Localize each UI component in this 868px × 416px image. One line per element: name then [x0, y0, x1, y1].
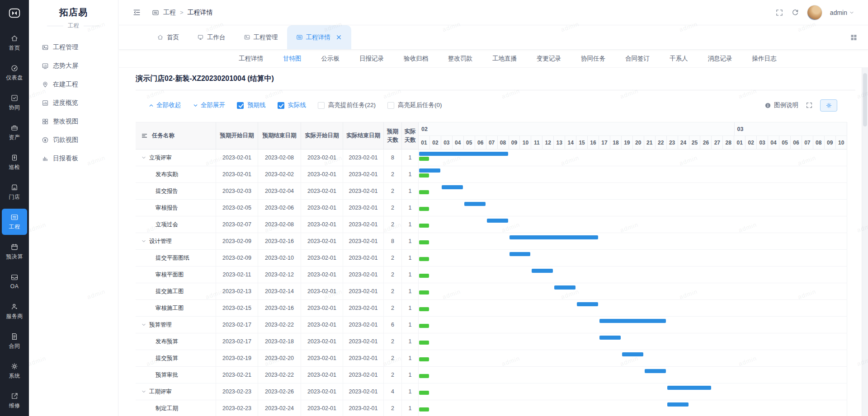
expected-bar[interactable] [645, 369, 666, 373]
expected-bar[interactable] [577, 302, 598, 306]
fullscreen-icon[interactable] [775, 9, 783, 17]
expected-bar[interactable] [554, 285, 576, 290]
expected-bar[interactable] [599, 319, 666, 323]
sidebar-item-fine-view[interactable]: 罚款视图 [29, 131, 118, 149]
checkbox-highlight-early[interactable]: 高亮提前任务(22) [318, 101, 376, 109]
tab-project-detail[interactable]: 工程详情 [287, 25, 351, 49]
expand-all-button[interactable]: 全部展开 [193, 101, 225, 109]
task-cell: 1 [402, 367, 419, 383]
rail-item-vendors[interactable]: 服务商 [2, 298, 27, 324]
tab-close-icon[interactable] [335, 34, 342, 41]
expected-bar[interactable] [622, 352, 643, 356]
checkbox-highlight-late[interactable]: 高亮延后任务(0) [387, 101, 442, 109]
menu-item-detail[interactable]: 工程详情 [239, 55, 263, 63]
actual-bar[interactable] [419, 157, 429, 161]
task-cell: 6 [384, 317, 402, 333]
tab-options-icon[interactable] [849, 33, 858, 42]
collapse-all-button[interactable]: 全部收起 [148, 101, 181, 109]
menu-item-logs[interactable]: 操作日志 [752, 55, 777, 63]
rail-item-dashboard[interactable]: 仪表盘 [2, 60, 27, 86]
actual-bar[interactable] [419, 341, 429, 345]
checkbox-expected-line[interactable]: 预期线 [237, 101, 266, 109]
sidebar-fold-icon[interactable] [132, 8, 141, 17]
sidebar-item-daily-board[interactable]: 日报看板 [29, 149, 118, 168]
expected-bar[interactable] [532, 269, 553, 273]
menu-item-messages[interactable]: 消息记录 [708, 55, 732, 63]
task-row-5: 设计管理2023-02-092023-02-162023-02-012023-0… [136, 233, 847, 250]
collapse-caret-icon[interactable] [141, 389, 146, 394]
sidebar-item-rectify-view[interactable]: 整改视图 [29, 112, 118, 131]
checkbox-actual-line-box[interactable] [278, 102, 284, 109]
avatar[interactable] [807, 5, 822, 20]
expected-bar[interactable] [599, 336, 621, 340]
rail-item-collab[interactable]: 协同 [2, 89, 27, 116]
actual-bar[interactable] [419, 391, 429, 395]
checkbox-highlight-late-box[interactable] [387, 102, 394, 109]
expected-bar[interactable] [419, 152, 508, 156]
rail-item-assets[interactable]: 资产 [2, 119, 27, 145]
actual-bar[interactable] [419, 173, 429, 178]
actual-bar[interactable] [419, 224, 429, 228]
sidebar-item-project-mgmt[interactable]: 工程管理 [29, 38, 118, 56]
sidebar-item-progress-overview[interactable]: 进度概览 [29, 93, 118, 112]
rail-item-projects[interactable]: 工程 [2, 209, 27, 235]
menu-item-changes[interactable]: 变更记录 [537, 55, 561, 63]
refresh-icon[interactable] [791, 9, 799, 17]
menu-item-rectify-fine[interactable]: 整改罚款 [448, 55, 472, 63]
app-logo[interactable] [0, 0, 29, 26]
actual-bar[interactable] [419, 290, 429, 294]
tab-home[interactable]: 首页 [148, 25, 188, 49]
actual-bar[interactable] [419, 257, 429, 261]
menu-item-gantt[interactable]: 甘特图 [283, 55, 302, 63]
scrollbar-thumb[interactable] [863, 73, 867, 126]
rail-item-contracts[interactable]: 合同 [2, 328, 27, 354]
checkbox-expected-line-box[interactable] [237, 102, 244, 109]
tab-workbench[interactable]: 工作台 [188, 25, 235, 49]
actual-bar[interactable] [419, 407, 429, 411]
expected-bar[interactable] [419, 168, 440, 173]
actual-bar[interactable] [419, 190, 429, 194]
expected-bar[interactable] [667, 402, 689, 407]
menu-item-acceptance[interactable]: 验收归档 [404, 55, 428, 63]
actual-bar[interactable] [419, 374, 429, 378]
rail-item-inspection[interactable]: 巡检 [2, 149, 27, 175]
expected-bar[interactable] [487, 219, 508, 223]
column-settings-icon[interactable] [141, 132, 148, 139]
legend-button[interactable]: 图例说明 [764, 101, 798, 109]
actual-bar[interactable] [419, 324, 429, 328]
sidebar-item-ongoing-projects[interactable]: 在建工程 [29, 75, 118, 93]
menu-item-live[interactable]: 工地直播 [492, 55, 517, 63]
checkbox-highlight-early-box[interactable] [318, 102, 325, 109]
expected-bar[interactable] [667, 386, 711, 390]
menu-item-daily[interactable]: 日报记录 [359, 55, 384, 63]
rail-item-oa[interactable]: OA [2, 268, 27, 294]
collapse-caret-icon[interactable] [141, 155, 146, 160]
actual-bar[interactable] [419, 240, 429, 244]
menu-item-contract-sign[interactable]: 合同签订 [625, 55, 650, 63]
rail-item-home[interactable]: 首页 [2, 30, 27, 56]
collapse-caret-icon[interactable] [141, 238, 146, 244]
menu-item-stakeholders[interactable]: 干系人 [670, 55, 688, 63]
gantt-settings-button[interactable] [820, 99, 837, 112]
expected-bar[interactable] [442, 185, 463, 189]
expected-bar[interactable] [464, 202, 486, 206]
checkbox-actual-line[interactable]: 实际线 [278, 101, 307, 109]
expected-bar[interactable] [509, 235, 599, 239]
menu-item-collab-tasks[interactable]: 协同任务 [581, 55, 605, 63]
menu-item-board[interactable]: 公示板 [321, 55, 340, 63]
actual-bar[interactable] [419, 307, 429, 311]
user-menu[interactable]: admin [830, 9, 854, 16]
breadcrumb-module[interactable]: 工程 [163, 9, 176, 17]
actual-bar[interactable] [419, 207, 429, 211]
actual-bar[interactable] [419, 357, 429, 361]
rail-item-stores[interactable]: 门店 [2, 179, 27, 205]
rail-item-maintenance[interactable]: 维修 [2, 388, 27, 414]
rail-item-budget[interactable]: 预决算 [2, 238, 27, 265]
rail-item-system[interactable]: 系统 [2, 358, 27, 384]
expected-bar[interactable] [509, 252, 531, 256]
actual-bar[interactable] [419, 274, 429, 278]
sidebar-item-situation-screen[interactable]: 态势大屏 [29, 56, 118, 75]
tab-project-mgmt[interactable]: 工程管理 [235, 25, 287, 49]
gantt-fullscreen-icon[interactable] [806, 102, 813, 109]
collapse-caret-icon[interactable] [141, 322, 146, 327]
